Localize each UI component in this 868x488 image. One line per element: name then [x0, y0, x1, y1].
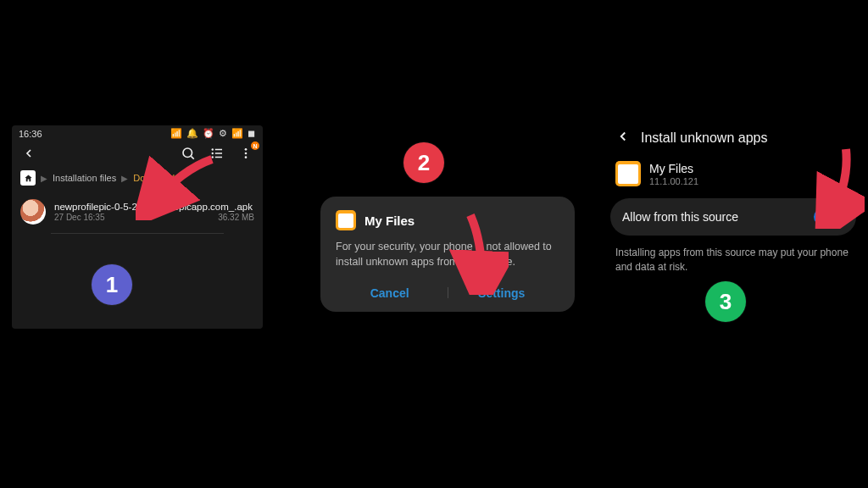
folder-app-icon	[336, 210, 356, 230]
settings-button[interactable]: Settings	[478, 286, 525, 300]
svg-point-2	[212, 148, 214, 150]
search-icon[interactable]	[180, 145, 197, 162]
folder-app-icon	[615, 161, 641, 186]
dialog-actions: Cancel Settings	[336, 281, 559, 303]
file-info: newprofilepic-0-5-25-n…ofilepicapp.com_.…	[54, 202, 254, 222]
svg-point-4	[212, 152, 214, 154]
dialog-body-text: For your security, your phone is not all…	[336, 239, 559, 269]
file-manager-toolbar	[12, 140, 263, 165]
list-view-icon[interactable]	[209, 145, 225, 162]
svg-point-6	[212, 156, 214, 158]
svg-rect-7	[215, 157, 222, 158]
warning-text: Installing apps from this source may put…	[610, 236, 856, 274]
chevron-right-icon: ▶	[41, 174, 47, 183]
breadcrumb: ▶ Installation files ▶ Download	[12, 165, 263, 192]
svg-point-10	[245, 156, 248, 158]
svg-point-0	[183, 148, 192, 158]
toggle-switch[interactable]	[814, 208, 844, 225]
file-size: 36.32 MB	[218, 213, 254, 222]
cancel-button[interactable]: Cancel	[370, 286, 409, 300]
toggle-label: Allow from this source	[622, 210, 738, 224]
settings-title: Install unknown apps	[641, 130, 767, 146]
status-indicators: 📶 🔔 ⏰ ⚙ 📶 ◼	[170, 128, 256, 139]
file-list-item[interactable]: newprofilepic-0-5-25-n…ofilepicapp.com_.…	[12, 192, 263, 231]
breadcrumb-item[interactable]: Installation files	[53, 173, 116, 183]
status-bar: 16:36 📶 🔔 ⏰ ⚙ 📶 ◼	[12, 125, 263, 140]
svg-point-9	[245, 152, 248, 155]
file-date: 27 Dec 16:35	[54, 213, 105, 222]
file-name: newprofilepic-0-5-25-n…ofilepicapp.com_.…	[54, 202, 254, 212]
app-info-row: My Files 11.1.00.121	[610, 158, 856, 198]
more-options-icon[interactable]	[237, 145, 254, 162]
file-manager-screen: 16:36 📶 🔔 ⏰ ⚙ 📶 ◼ ▶ Installation files ▶	[12, 125, 263, 329]
settings-header: Install unknown apps	[610, 125, 856, 158]
svg-point-8	[245, 148, 248, 151]
chevron-right-icon: ▶	[121, 174, 128, 183]
allow-source-toggle-row[interactable]: Allow from this source	[610, 198, 856, 236]
svg-rect-3	[215, 149, 222, 151]
file-thumbnail-icon	[20, 199, 46, 225]
back-icon[interactable]	[20, 145, 37, 162]
step-badge-1: 1	[92, 264, 132, 305]
step-badge-2: 2	[403, 142, 444, 183]
step-badge-3: 3	[705, 281, 746, 322]
dialog-header: My Files	[336, 210, 559, 230]
status-clock: 16:36	[19, 129, 42, 139]
breadcrumb-home-icon[interactable]	[20, 170, 36, 186]
security-dialog: My Files For your security, your phone i…	[320, 197, 575, 312]
svg-line-1	[191, 156, 193, 158]
divider	[51, 233, 224, 234]
install-unknown-apps-screen: Install unknown apps My Files 11.1.00.12…	[610, 125, 856, 274]
app-name: My Files	[649, 162, 698, 175]
dialog-title: My Files	[364, 214, 415, 228]
breadcrumb-current[interactable]: Download	[133, 173, 175, 183]
svg-rect-5	[215, 152, 222, 154]
back-icon[interactable]	[615, 129, 631, 147]
app-version: 11.1.00.121	[649, 176, 698, 186]
